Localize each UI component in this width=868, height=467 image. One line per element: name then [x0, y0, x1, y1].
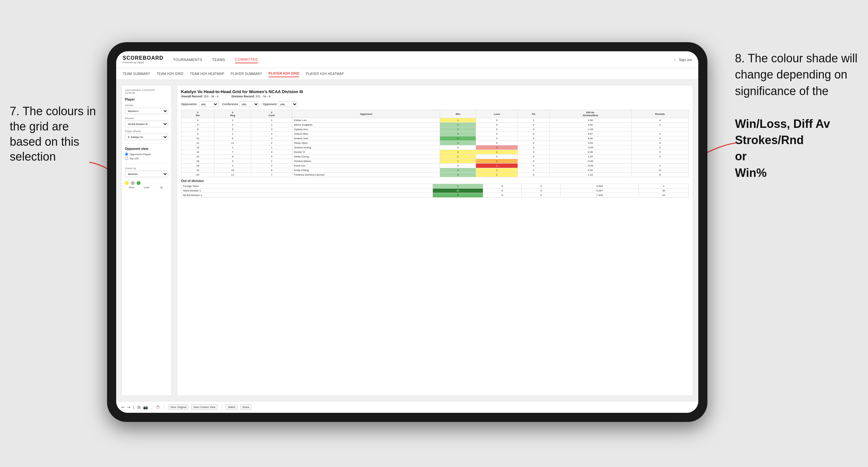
view-original-btn[interactable]: View: Original [168, 404, 188, 410]
sidebar-timestamp: Last Updated: 27/03/2024 16:55:38 [125, 89, 168, 94]
undo-icon[interactable]: ↩ [121, 405, 125, 410]
filter-opponents: Opponents: (All) [181, 101, 218, 107]
subnav-team-h2h-heatmap[interactable]: TEAM H2H HEATMAP [190, 71, 224, 77]
grid-content: Katelyn Vo Head-to-Head Grid for Women's… [177, 85, 693, 396]
table-row: 13 1 1 Jessica Huang 0 1 0 -3.00 2 [181, 145, 689, 150]
col-div: #Div [181, 110, 215, 118]
table-row: 9 1 4 Sharon Mun 1 0 0 3.67 3 [181, 132, 689, 136]
watch-btn[interactable]: Watch [226, 404, 238, 410]
subnav-player-h2h-heatmap[interactable]: PLAYER H2H HEATMAP [306, 71, 344, 77]
toolbar-divider-1 [152, 404, 152, 410]
annotation-left: 7. The colours in the grid are based on … [10, 104, 101, 164]
nav-links: TOURNAMENTS TEAMS COMMITTEE [173, 56, 674, 63]
col-loss: Loss [476, 110, 518, 118]
colour-by-label: Colour by [125, 167, 168, 170]
nav-bar: SCOREBOARD Powered by clippd TOURNAMENTS… [116, 51, 698, 68]
col-opponent: Opponent [292, 110, 440, 118]
legend-dot-level [131, 181, 135, 185]
subnav-team-h2h-grid[interactable]: TEAM H2H GRID [157, 71, 183, 77]
col-reg: #Reg [214, 110, 251, 118]
opponent-filter-select[interactable]: (All) [278, 101, 298, 107]
sidebar-division-label: Division [125, 117, 168, 120]
tablet-screen: SCOREBOARD Powered by clippd TOURNAMENTS… [116, 51, 698, 413]
filter-opponent: Opponent (All) [263, 101, 298, 107]
colour-by-dropdown[interactable]: Win/loss [125, 171, 168, 177]
col-rounds: Rounds [631, 110, 688, 118]
sidebar-player-title: Player [125, 98, 168, 101]
grid-title: Katelyn Vo Head-to-Head Grid for Women's… [181, 89, 689, 94]
table-header-row: #Div #Reg #Conf Opponent Win Loss Tie Di… [181, 110, 689, 118]
subnav-team-summary[interactable]: TEAM SUMMARY [123, 71, 150, 77]
table-row: 6 3 3 Sydney Kuo 1 0 0 -1.00 [181, 127, 689, 132]
redo-icon[interactable]: ↪ [127, 405, 130, 410]
conference-filter-select[interactable]: (All) [240, 101, 259, 107]
nav-tournaments[interactable]: TOURNAMENTS [173, 57, 203, 63]
clock-icon[interactable]: ⏱ [156, 405, 160, 410]
filter-conference: Conference (All) [222, 101, 259, 107]
table-row: 10 6 3 Andrea York 2 0 0 4.00 4 [181, 136, 689, 141]
table-row: 3 1 1 Esther Lee 1 0 1 1.50 4 [181, 118, 689, 123]
opponents-filter-select[interactable]: (All) [199, 101, 218, 107]
table-row: 11 11 2 Heejo Hyun 1 0 0 3.33 3 [181, 141, 689, 145]
legend-dots [125, 181, 168, 185]
annotation-right: 8. The colour shade will change dependin… [735, 50, 858, 181]
out-of-division-table: Foreign Team 1 0 0 4.500 2 NAIA Division… [181, 184, 689, 198]
opponent-view-title: Opponent view [125, 147, 168, 151]
step-back-icon[interactable]: ⟨ [133, 405, 135, 410]
table-row: 5 2 2 Alexis Sudjianto 1 0 0 4.00 3 [181, 123, 689, 127]
camera-icon[interactable]: 📷 [143, 405, 148, 410]
toolbar-divider-3 [222, 404, 222, 410]
main-content: Last Updated: 27/03/2024 16:55:38 Player… [116, 80, 698, 401]
share-btn[interactable]: Share [240, 404, 251, 410]
copy-icon[interactable]: ⊞ [137, 405, 141, 410]
col-conf: #Conf [251, 110, 292, 118]
out-of-division-header: Out of division [181, 177, 689, 184]
legend-dot-down [125, 181, 129, 185]
subnav-player-summary[interactable]: PLAYER SUMMARY [231, 71, 262, 77]
table-row: 18 2 2 Euna Lee 0 1 0 -5.00 2 [181, 163, 689, 168]
table-row: 15 8 5 Stella Cheng 1 0 0 1.25 4 [181, 154, 689, 159]
bottom-toolbar: ↩ ↪ ⟨ ⊞ 📷 ⏱ View: Original Save Custom V… [116, 401, 698, 413]
sub-nav: TEAM SUMMARY TEAM H2H GRID TEAM H2H HEAT… [116, 68, 698, 80]
col-diff: Diff AvStrokes/Rnd [549, 110, 631, 118]
grid-records: Overall Record: 353 - 34 - 6 Division Re… [181, 95, 689, 98]
ood-table-row: NAIA Division 1 15 0 0 9.267 30 [181, 189, 689, 193]
radio-opponents-played[interactable] [125, 153, 128, 156]
sidebar-player-rank-label: Player (Rank) [125, 130, 168, 133]
ood-table-row: Foreign Team 1 0 0 4.500 2 [181, 184, 689, 189]
filter-row: Opponents: (All) Conference (All) Oppone… [181, 101, 689, 107]
table-row: 16 3 1 Jessica Mason 1 2 0 -0.94 [181, 159, 689, 163]
save-custom-view-btn[interactable]: Save Custom View [191, 404, 217, 410]
nav-right: › Sign out [674, 58, 692, 62]
opponent-view-radio-group: Opponents Played Top 100 [125, 153, 168, 160]
sidebar-gender-label: Gender [125, 104, 168, 107]
nav-teams[interactable]: TEAMS [212, 57, 225, 63]
col-tie: Tie [518, 110, 549, 118]
main-data-table: #Div #Reg #Conf Opponent Win Loss Tie Di… [181, 110, 689, 177]
sidebar-panel: Last Updated: 27/03/2024 16:55:38 Player… [121, 85, 172, 396]
logo-area: SCOREBOARD Powered by clippd [123, 55, 163, 64]
table-row: 19 10 6 Emily Chang 4 1 0 0.30 11 [181, 168, 689, 173]
radio-top100[interactable] [125, 157, 128, 160]
logo-text: SCOREBOARD [123, 55, 163, 61]
nav-committee[interactable]: COMMITTEE [235, 56, 258, 63]
table-row: 20 11 7 Federica Domecq Lacroze 2 1 0 1.… [181, 173, 689, 177]
toolbar-divider-2 [164, 404, 164, 410]
legend-labels: Down Level Up [125, 186, 168, 189]
subnav-player-h2h-grid[interactable]: PLAYER H2H GRID [269, 70, 300, 77]
tablet-frame: SCOREBOARD Powered by clippd TOURNAMENTS… [107, 42, 707, 422]
legend-area: Down Level Up [125, 181, 168, 189]
table-row: 14 7 4 Eunice Yi 2 2 0 0.38 9 [181, 150, 689, 154]
gender-dropdown[interactable]: Women's [125, 108, 168, 114]
player-rank-dropdown[interactable]: 8. Katelyn Vo [125, 134, 168, 140]
col-win: Win [440, 110, 476, 118]
division-dropdown[interactable]: NCAA Division III [125, 121, 168, 127]
logo-sub: Powered by clippd [123, 61, 163, 64]
legend-dot-up [136, 181, 141, 185]
sign-out-link[interactable]: Sign out [679, 58, 692, 62]
ood-table-row: NCAA Division 2 5 0 0 7.400 10 [181, 193, 689, 198]
